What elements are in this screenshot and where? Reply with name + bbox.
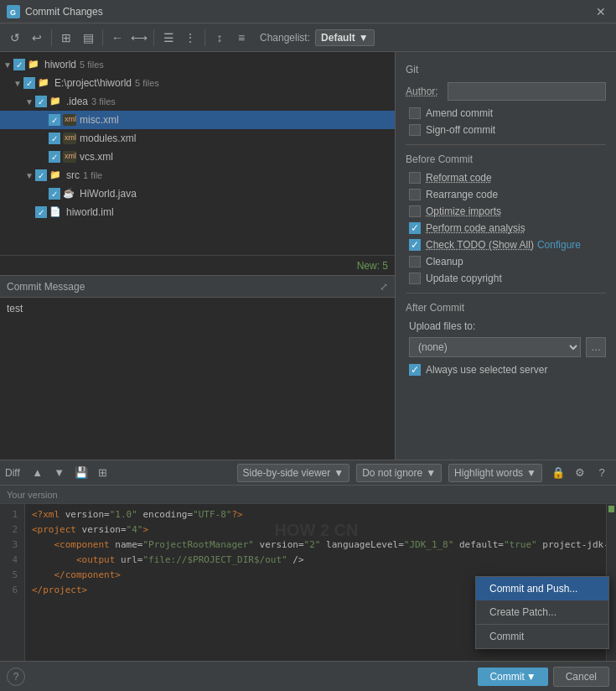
commit-message-input[interactable]: test (0, 298, 395, 460)
check-todo-label: Check TODO (Show All) (426, 239, 534, 251)
commit-message-header: Commit Message ⤢ (0, 276, 395, 298)
checkbox-src[interactable]: ✓ (35, 169, 47, 181)
dropdown-item-commit[interactable]: Commit (476, 625, 608, 648)
check-todo-checkbox[interactable]: ✓ (409, 239, 421, 251)
sign-off-row: Sign-off commit (406, 124, 606, 136)
tree-item-hiworld[interactable]: ▼ ✓ 📁 hiworld 5 files (0, 55, 395, 74)
sign-off-checkbox[interactable] (409, 124, 421, 136)
folder-icon-hiworld: 📁 (28, 59, 41, 70)
gear-btn[interactable]: ⚙ (571, 464, 589, 482)
code-analysis-row: ✓ Perform code analysis (406, 222, 606, 234)
diff-mark (608, 506, 614, 512)
iml-icon: 📄 (49, 206, 63, 218)
your-version-label: Your version (7, 490, 58, 500)
tree-item-idea[interactable]: ▼ ✓ 📁 .idea 3 files (0, 92, 395, 111)
label-path: E:\project\hiworld (54, 77, 132, 89)
label-src: src (66, 169, 80, 181)
revert-btn[interactable]: ↩ (27, 28, 47, 48)
checkbox-modules[interactable]: ✓ (49, 132, 60, 144)
changelist-dropdown[interactable]: Default ▼ (315, 29, 375, 46)
before-commit-title: Before Commit (406, 153, 606, 165)
settings-btn[interactable]: ☰ (158, 28, 179, 48)
viewer-label: Side-by-side viewer (243, 467, 331, 479)
ignore-arrow: ▼ (426, 467, 436, 479)
always-use-row: ✓ Always use selected server (406, 364, 606, 376)
rearrange-checkbox[interactable] (409, 189, 421, 200)
upload-more-btn[interactable]: … (586, 337, 606, 357)
checkbox-java[interactable]: ✓ (49, 188, 60, 200)
line-numbers: 1 2 3 4 5 6 (0, 504, 25, 661)
help-diff-btn[interactable]: ? (593, 464, 611, 482)
author-input[interactable] (448, 82, 606, 101)
dropdown-item-commit-push[interactable]: Commit and Push... (476, 577, 608, 600)
viewer-arrow: ▼ (334, 467, 344, 479)
update-copyright-checkbox[interactable] (409, 273, 421, 284)
diff-compare-btn[interactable]: ⊞ (94, 464, 112, 482)
ignore-dropdown[interactable]: Do not ignore ▼ (356, 464, 442, 482)
commit-label: Commit (489, 671, 524, 683)
checkbox-vcs[interactable]: ✓ (49, 151, 60, 163)
checkbox-path[interactable]: ✓ (23, 77, 35, 89)
diff-up-btn[interactable]: ▲ (28, 464, 47, 482)
commit-message-section: Commit Message ⤢ test (0, 275, 395, 460)
diff-save-btn[interactable]: 💾 (72, 464, 91, 482)
checkbox-misc[interactable]: ✓ (49, 114, 60, 126)
tree-item-src[interactable]: ▼ ✓ 📁 src 1 file (0, 166, 395, 184)
amend-commit-checkbox[interactable] (409, 107, 421, 119)
cleanup-row: Cleanup (406, 256, 606, 268)
dropdown-item-create-patch[interactable]: Create Patch... (476, 600, 608, 624)
code-analysis-label: Perform code analysis (426, 222, 525, 234)
close-button[interactable]: ✕ (593, 3, 609, 20)
tree-item-modules-xml[interactable]: ✓ xml modules.xml (0, 129, 395, 148)
arrow-hiworld: ▼ (3, 60, 13, 70)
checkbox-idea[interactable]: ✓ (35, 96, 47, 107)
cleanup-label: Cleanup (426, 256, 463, 268)
label-hiworld-iml: hiworld.iml (66, 206, 114, 218)
title-bar: G Commit Changes ✕ (0, 0, 616, 23)
arrow-path: ▼ (13, 79, 23, 88)
sign-off-label: Sign-off commit (426, 124, 495, 136)
tree-item-misc-xml[interactable]: ✓ xml misc.xml (0, 111, 395, 129)
optimize-checkbox[interactable] (409, 205, 421, 217)
lock-btn[interactable]: 🔒 (549, 464, 567, 482)
commit-button[interactable]: Commit ▼ (478, 668, 547, 686)
highlight-label: Highlight words (454, 467, 523, 479)
toolbar: ↺ ↩ ⊞ ▤ ← ⟷ ☰ ⋮ ↕ ≡ Changelist: Default … (0, 23, 616, 52)
code-analysis-checkbox[interactable]: ✓ (409, 222, 421, 234)
diff-toolbar: Diff ▲ ▼ 💾 ⊞ Side-by-side viewer ▼ Do no… (0, 460, 616, 486)
show-diff-btn[interactable]: ⋮ (180, 28, 200, 48)
author-label: Author: (406, 86, 448, 97)
diff-down-btn[interactable]: ▼ (50, 464, 69, 482)
upload-row: (none) … (406, 337, 606, 357)
optimize-row: Optimize imports (406, 205, 606, 217)
collapse-btn[interactable]: ▤ (78, 28, 98, 48)
diff-btn[interactable]: ⟷ (129, 28, 149, 48)
expand-icon[interactable]: ⤢ (380, 281, 388, 293)
sort-btn[interactable]: ↕ (210, 28, 230, 48)
tree-item-project-path[interactable]: ▼ ✓ 📁 E:\project\hiworld 5 files (0, 74, 395, 92)
file-tree[interactable]: ▼ ✓ 📁 hiworld 5 files ▼ ✓ 📁 E:\project\h… (0, 52, 395, 255)
checkbox-iml[interactable]: ✓ (35, 206, 47, 218)
tree-item-vcs-xml[interactable]: ✓ xml vcs.xml (0, 148, 395, 166)
checkbox-hiworld[interactable]: ✓ (13, 59, 25, 70)
toolbar-sep-2 (102, 29, 103, 46)
label-misc-xml: misc.xml (80, 114, 119, 126)
highlight-dropdown[interactable]: Highlight words ▼ (448, 464, 542, 482)
always-use-label: Always use selected server (426, 364, 547, 376)
tree-item-hiworld-java[interactable]: ✓ ☕ HiWorld.java (0, 184, 395, 203)
xml-icon-modules: xml (63, 132, 76, 144)
reformat-checkbox[interactable] (409, 172, 421, 184)
expand-btn[interactable]: ⊞ (56, 28, 76, 48)
diff-title: Diff (5, 467, 20, 479)
help-button[interactable]: ? (7, 668, 25, 686)
always-use-checkbox[interactable]: ✓ (409, 364, 421, 376)
arrow-left-btn[interactable]: ← (107, 28, 127, 48)
group-btn[interactable]: ≡ (231, 28, 251, 48)
cancel-button[interactable]: Cancel (553, 667, 609, 687)
cleanup-checkbox[interactable] (409, 256, 421, 268)
refresh-btn[interactable]: ↺ (5, 28, 25, 48)
configure-link[interactable]: Configure (537, 239, 581, 251)
viewer-dropdown[interactable]: Side-by-side viewer ▼ (237, 464, 350, 482)
upload-select[interactable]: (none) (409, 337, 581, 357)
tree-item-hiworld-iml[interactable]: ✓ 📄 hiworld.iml (0, 203, 395, 221)
